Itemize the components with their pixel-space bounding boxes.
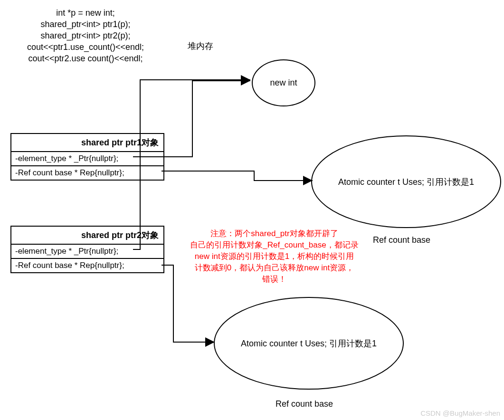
code-line: cout<<ptr1.use_count()<<endl; <box>10 41 162 53</box>
ptr2-row-ptr: -element_type * _Ptr{nullptr}; <box>11 245 163 259</box>
code-line: int *p = new int; <box>10 7 162 19</box>
refcount2-text: Atomic counter t Uses; 引用计数是1 <box>241 338 377 349</box>
note-line: 注意：两个shared_ptr对象都开辟了 <box>181 228 368 239</box>
ptr2-title: shared ptr ptr2对象 <box>11 227 163 245</box>
refcount1-ellipse: Atomic counter t Uses; 引用计数是1 <box>311 135 501 228</box>
warning-note: 注意：两个shared_ptr对象都开辟了 自己的引用计数对象_Ref_coun… <box>181 228 368 285</box>
refcount1-text: Atomic counter t Uses; 引用计数是1 <box>338 176 474 188</box>
note-line: new int资源的引用计数是1，析构的时候引用 <box>181 251 368 262</box>
code-line: cout<<ptr2.use count()<<endl; <box>10 53 162 64</box>
code-line: shared_ptr<int> ptr2(p); <box>10 30 162 41</box>
new-int-ellipse: new int <box>252 59 315 106</box>
heap-label: 堆内存 <box>188 40 213 52</box>
note-line: 错误！ <box>181 274 368 285</box>
new-int-text: new int <box>270 78 297 88</box>
ptr1-row-ptr: -element_type * _Ptr{nullptr}; <box>11 152 163 166</box>
ptr2-row-rep: -Ref count base * Rep{nullptr}; <box>11 259 163 272</box>
code-block: int *p = new int; shared_ptr<int> ptr1(p… <box>10 7 162 64</box>
note-line: 计数减到0，都认为自己该释放new int资源， <box>181 262 368 274</box>
refbase2-label: Ref count base <box>276 399 333 409</box>
ptr1-title: shared ptr ptr1对象 <box>11 134 163 152</box>
diagram-canvas: { "code": { "l1": "int *p = new int;", "… <box>0 0 504 420</box>
refcount2-ellipse: Atomic counter t Uses; 引用计数是1 <box>214 297 404 390</box>
ptr2-box: shared ptr ptr2对象 -element_type * _Ptr{n… <box>10 226 164 273</box>
watermark: CSDN @BugMaker-shen <box>420 409 500 417</box>
ptr1-row-rep: -Ref count base * Rep{nullptr}; <box>11 166 163 180</box>
refbase1-label: Ref count base <box>373 235 430 245</box>
code-line: shared_ptr<int> ptr1(p); <box>10 19 162 30</box>
note-line: 自己的引用计数对象_Ref_count_base，都记录 <box>181 239 368 251</box>
ptr1-box: shared ptr ptr1对象 -element_type * _Ptr{n… <box>10 133 164 181</box>
